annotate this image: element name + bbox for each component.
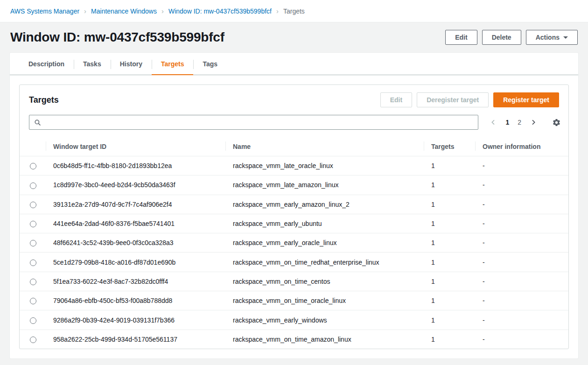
table-row: 441ee64a-2dad-46f0-8376-f5bae5741401rack… xyxy=(20,214,568,233)
row-select-cell xyxy=(20,156,46,175)
column-header: Targets xyxy=(424,137,475,156)
row-name: rackspace_vmm_on_time_amazon_linux xyxy=(225,330,424,349)
settings-gear-icon[interactable] xyxy=(552,118,561,127)
deregister-target-button[interactable]: Deregister target xyxy=(417,92,489,107)
row-radio[interactable] xyxy=(30,317,36,324)
row-name: rackspace_vmm_early_oracle_linux xyxy=(225,233,424,253)
breadcrumb-item[interactable]: AWS Systems Manager xyxy=(10,7,79,15)
breadcrumb-item[interactable]: Window ID: mw-0437cf539b599bfcf xyxy=(168,7,272,15)
tab-list: DescriptionTasksHistoryTargetsTags xyxy=(10,53,578,75)
row-targets: 1 xyxy=(424,272,475,291)
pagination-prev-icon[interactable] xyxy=(490,119,497,126)
row-targets: 1 xyxy=(424,156,475,175)
row-target-id: 0c6b48d5-ff1c-4fbb-8180-2d1893bb12ea xyxy=(46,156,225,175)
row-name: rackspace_vmm_early_ubuntu xyxy=(225,214,424,233)
targets-card-title: Targets xyxy=(29,95,59,105)
row-radio[interactable] xyxy=(30,240,36,246)
edit-target-button[interactable]: Edit xyxy=(380,92,412,107)
row-name: rackspace_vmm_on_time_redhat_enterprise_… xyxy=(225,253,424,272)
row-radio[interactable] xyxy=(30,182,36,189)
row-radio[interactable] xyxy=(30,279,36,285)
targets-toolbar: 12 xyxy=(20,113,568,137)
row-target-id: 441ee64a-2dad-46f0-8376-f5bae5741401 xyxy=(46,214,225,233)
page-1[interactable]: 1 xyxy=(505,119,509,126)
row-owner: - xyxy=(475,291,568,310)
row-select-cell xyxy=(20,330,46,349)
row-select-cell xyxy=(20,214,46,233)
pagination-pages: 12 xyxy=(505,119,521,126)
actions-button[interactable]: Actions xyxy=(526,30,578,45)
column-header: Name xyxy=(225,137,424,156)
search-input[interactable] xyxy=(45,119,473,126)
breadcrumb-separator-icon: › xyxy=(161,7,164,15)
tab-description[interactable]: Description xyxy=(19,53,74,75)
row-radio[interactable] xyxy=(30,337,36,343)
delete-button[interactable]: Delete xyxy=(482,30,521,45)
edit-button[interactable]: Edit xyxy=(445,30,477,45)
column-header: Owner information xyxy=(475,137,568,156)
table-row: 1c8d997e-3bc0-4eed-b2d4-9cb50da3463frack… xyxy=(20,175,568,195)
row-owner: - xyxy=(475,195,568,214)
row-owner: - xyxy=(475,310,568,330)
page-title: Window ID: mw-0437cf539b599bfcf xyxy=(10,30,224,45)
row-target-id: 9286a2f9-0b39-42e4-9019-039131f7b366 xyxy=(46,310,225,330)
targets-card-header: Targets Edit Deregister target Register … xyxy=(20,85,568,113)
caret-down-icon xyxy=(563,36,568,39)
table-header-row: Window target IDNameTargetsOwner informa… xyxy=(20,137,568,156)
row-owner: - xyxy=(475,233,568,253)
row-targets: 1 xyxy=(424,291,475,310)
row-radio[interactable] xyxy=(30,260,36,266)
breadcrumb-separator-icon: › xyxy=(84,7,86,15)
row-name: rackspace_vmm_late_amazon_linux xyxy=(225,175,424,195)
tab-tasks[interactable]: Tasks xyxy=(74,53,111,75)
pagination: 12 xyxy=(490,118,561,127)
search-icon xyxy=(34,119,41,126)
row-target-id: 958a2622-25cb-499d-934d-51705e561137 xyxy=(46,330,225,349)
row-targets: 1 xyxy=(424,214,475,233)
row-name: rackspace_vmm_on_time_oracle_linux xyxy=(225,291,424,310)
row-radio[interactable] xyxy=(30,163,36,169)
tab-history[interactable]: History xyxy=(111,53,152,75)
row-select-cell xyxy=(20,175,46,195)
row-select-cell xyxy=(20,291,46,310)
table-row: 9286a2f9-0b39-42e4-9019-039131f7b366rack… xyxy=(20,310,568,330)
page-2[interactable]: 2 xyxy=(518,119,521,126)
breadcrumb-item[interactable]: Maintenance Windows xyxy=(91,7,157,15)
row-target-id: 1c8d997e-3bc0-4eed-b2d4-9cb50da3463f xyxy=(46,175,225,195)
table-row: 0c6b48d5-ff1c-4fbb-8180-2d1893bb12earack… xyxy=(20,156,568,175)
search-box[interactable] xyxy=(29,115,478,130)
row-select-cell xyxy=(20,233,46,253)
row-owner: - xyxy=(475,330,568,349)
targets-table: Window target IDNameTargetsOwner informa… xyxy=(20,137,568,349)
row-target-id: 39131e2a-27d9-407d-9c7f-7c4af906e2f4 xyxy=(46,195,225,214)
actions-button-label: Actions xyxy=(536,34,560,41)
table-row: 5f1ea733-6022-4e3f-8ac7-32b82dc0fff4rack… xyxy=(20,272,568,291)
targets-card-actions: Edit Deregister target Register target xyxy=(380,92,559,107)
row-select-cell xyxy=(20,272,46,291)
row-radio[interactable] xyxy=(30,202,36,208)
table-row: 5ce1d279-09b8-418c-a016-df87d01e690brack… xyxy=(20,253,568,272)
header-actions: Edit Delete Actions xyxy=(445,30,578,45)
register-target-button[interactable]: Register target xyxy=(493,92,559,107)
row-name: rackspace_vmm_early_amazon_linux_2 xyxy=(225,195,424,214)
row-owner: - xyxy=(475,175,568,195)
table-row: 958a2622-25cb-499d-934d-51705e561137rack… xyxy=(20,330,568,349)
targets-card: Targets Edit Deregister target Register … xyxy=(19,84,569,349)
row-radio[interactable] xyxy=(30,221,36,227)
select-column-header xyxy=(20,137,46,156)
row-name: rackspace_vmm_early_windows xyxy=(225,310,424,330)
row-targets: 1 xyxy=(424,253,475,272)
tab-tags[interactable]: Tags xyxy=(193,53,227,75)
table-row: 48f66241-3c52-439b-9ee0-0f3c0ca328a3rack… xyxy=(20,233,568,253)
breadcrumb-item: Targets xyxy=(283,7,305,15)
breadcrumb-separator-icon: › xyxy=(276,7,279,15)
page-header: Window ID: mw-0437cf539b599bfcf Edit Del… xyxy=(0,22,588,52)
row-targets: 1 xyxy=(424,175,475,195)
row-targets: 1 xyxy=(424,233,475,253)
row-targets: 1 xyxy=(424,310,475,330)
tab-targets[interactable]: Targets xyxy=(152,53,194,75)
breadcrumb: AWS Systems Manager›Maintenance Windows›… xyxy=(0,0,588,22)
table-row: 79064a86-ebfb-450c-bf53-f00a8b788dd8rack… xyxy=(20,291,568,310)
pagination-next-icon[interactable] xyxy=(530,119,537,126)
row-radio[interactable] xyxy=(30,298,36,304)
